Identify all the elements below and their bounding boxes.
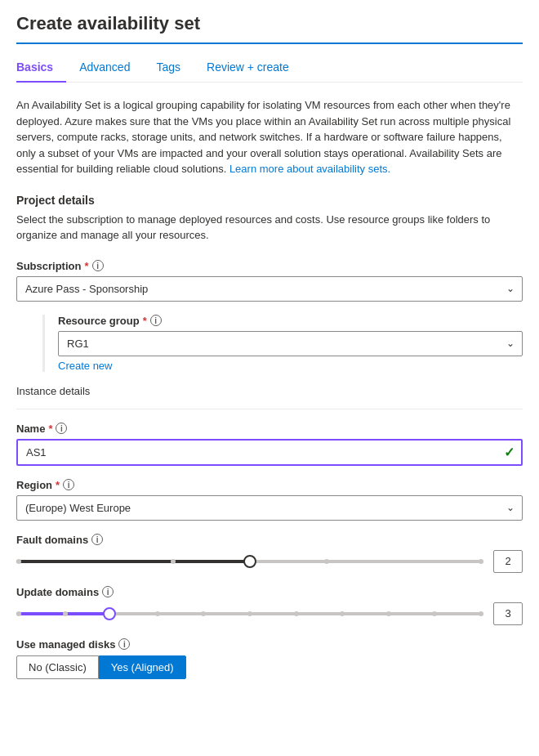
- resource-group-required: *: [143, 315, 147, 327]
- fault-domains-slider-track[interactable]: [16, 560, 483, 563]
- resource-group-select-wrapper: RG1 ⌄: [58, 331, 523, 356]
- managed-disks-toggle: No (Classic) Yes (Aligned): [16, 655, 523, 679]
- resource-group-select[interactable]: RG1: [58, 331, 523, 356]
- region-field-group: Region * i (Europe) West Europe ⌄: [16, 479, 523, 521]
- name-label: Name * i: [16, 423, 523, 435]
- tab-navigation: Basics Advanced Tags Review + create: [16, 54, 523, 83]
- name-info-icon[interactable]: i: [56, 423, 67, 434]
- region-required: *: [56, 479, 60, 491]
- fault-domains-group: Fault domains i 2: [16, 534, 523, 573]
- learn-more-link[interactable]: Learn more about availability sets.: [229, 163, 390, 175]
- instance-details-label: Instance details: [16, 385, 523, 397]
- tab-advanced[interactable]: Advanced: [79, 54, 143, 82]
- name-required: *: [48, 423, 52, 435]
- managed-disks-group: Use managed disks i No (Classic) Yes (Al…: [16, 638, 523, 679]
- subscription-select-wrapper: Azure Pass - Sponsorship ⌄: [16, 276, 523, 302]
- name-valid-icon: ✓: [504, 445, 514, 460]
- update-domains-group: Update domains i 3: [16, 586, 523, 625]
- project-details-description: Select the subscription to manage deploy…: [16, 212, 523, 244]
- resource-group-indent: Resource group * i RG1 ⌄ Create new: [42, 315, 523, 372]
- tab-basics[interactable]: Basics: [16, 54, 66, 82]
- managed-disks-no-button[interactable]: No (Classic): [16, 655, 99, 679]
- subscription-field-group: Subscription * i Azure Pass - Sponsorshi…: [16, 260, 523, 302]
- subscription-required: *: [84, 260, 88, 272]
- managed-disks-info-icon[interactable]: i: [118, 638, 130, 650]
- subscription-info-icon[interactable]: i: [92, 260, 104, 271]
- managed-disks-label: Use managed disks i: [16, 638, 523, 651]
- region-label: Region * i: [16, 479, 523, 491]
- instance-details-divider: [16, 409, 523, 409]
- resource-group-info-icon[interactable]: i: [150, 315, 162, 326]
- name-field-group: Name * i ✓: [16, 423, 523, 466]
- update-domains-label: Update domains i: [16, 586, 523, 598]
- update-domains-thumb[interactable]: [103, 607, 116, 620]
- create-new-link[interactable]: Create new: [58, 360, 112, 372]
- tab-tags[interactable]: Tags: [156, 54, 194, 82]
- update-domains-slider-wrapper: 3: [16, 602, 523, 625]
- region-info-icon[interactable]: i: [63, 479, 74, 490]
- update-domains-slider-track[interactable]: [16, 612, 483, 615]
- fault-domains-value: 2: [493, 550, 523, 573]
- resource-group-field-group: Resource group * i RG1 ⌄ Create new: [58, 315, 523, 372]
- fault-domains-slider-wrapper: 2: [16, 550, 523, 573]
- name-input[interactable]: [16, 439, 523, 466]
- managed-disks-yes-button[interactable]: Yes (Aligned): [99, 655, 186, 679]
- fault-domains-info-icon[interactable]: i: [91, 534, 103, 545]
- fault-domains-thumb[interactable]: [243, 555, 256, 568]
- region-select-wrapper: (Europe) West Europe ⌄: [16, 495, 523, 521]
- resource-group-label: Resource group * i: [58, 315, 523, 327]
- update-domains-value: 3: [493, 602, 523, 625]
- project-details-title: Project details: [16, 194, 523, 207]
- region-select[interactable]: (Europe) West Europe: [16, 495, 523, 521]
- description-text: An Availability Set is a logical groupin…: [16, 97, 523, 177]
- subscription-label: Subscription * i: [16, 260, 523, 272]
- fault-domains-label: Fault domains i: [16, 534, 523, 546]
- page-title: Create availability set: [16, 13, 523, 44]
- tab-review-create[interactable]: Review + create: [207, 54, 302, 82]
- update-domains-dots: [16, 611, 483, 616]
- name-input-wrapper: ✓: [16, 439, 523, 466]
- update-domains-info-icon[interactable]: i: [102, 586, 114, 597]
- subscription-select[interactable]: Azure Pass - Sponsorship: [16, 276, 523, 302]
